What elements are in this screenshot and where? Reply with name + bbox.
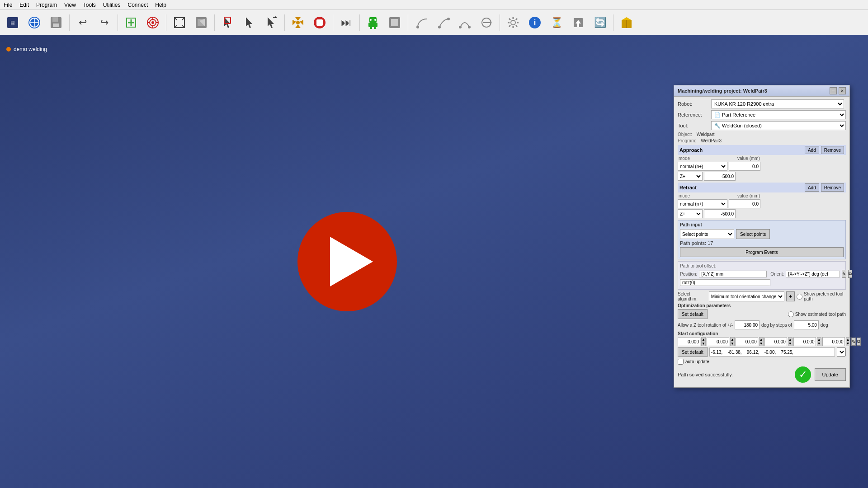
panel-minimize-btn[interactable]: ─ bbox=[830, 87, 837, 94]
config-input-2[interactable] bbox=[707, 337, 729, 346]
panel-body: Robot: KUKA KR 120 R2900 extra Reference… bbox=[674, 97, 849, 387]
approach-value-input[interactable] bbox=[729, 162, 760, 171]
move-cursor-btn[interactable] bbox=[261, 13, 281, 33]
config-edit-btn[interactable]: ✎ bbox=[851, 338, 856, 346]
show-preferred-tool-radio[interactable] bbox=[797, 294, 802, 300]
open-btn[interactable] bbox=[24, 13, 44, 33]
approach-mode-select[interactable]: normal (n+) bbox=[678, 162, 727, 171]
config-spin-2[interactable]: ▲▼ bbox=[730, 337, 735, 346]
robot-select[interactable]: KUKA KR 120 R2900 extra bbox=[711, 99, 844, 108]
add-btn[interactable] bbox=[121, 13, 141, 33]
viewport[interactable]: demo welding Machining/welding project: … bbox=[0, 35, 868, 488]
tool-select[interactable]: 🔧 WeldGun (closed) bbox=[711, 121, 846, 130]
fit-btn[interactable] bbox=[170, 13, 189, 33]
robot-btn[interactable] bbox=[363, 13, 383, 33]
move-tool-btn[interactable] bbox=[476, 13, 496, 33]
auto-update-checkbox[interactable] bbox=[678, 359, 684, 365]
config-vals-dropdown[interactable]: ▼ bbox=[837, 347, 846, 357]
retract-remove-btn[interactable]: Remove bbox=[821, 183, 844, 192]
retract-z-select[interactable]: Z+ bbox=[678, 209, 703, 218]
config-spin-6[interactable]: ▲▼ bbox=[846, 337, 850, 346]
play-button[interactable] bbox=[297, 212, 397, 311]
config-spin-4[interactable]: ▲▼ bbox=[788, 337, 793, 346]
config-vals-input[interactable]: -6.13, -81.38, 96.12, -0.00, 75.25, bbox=[709, 347, 835, 357]
config-input-5[interactable] bbox=[793, 337, 816, 346]
package-btn[interactable] bbox=[617, 13, 637, 33]
z-rotation-label1: Allow a Z tool rotation of +/- bbox=[678, 323, 733, 328]
show-estimated-tool-radio[interactable] bbox=[788, 311, 794, 317]
svg-rect-43 bbox=[391, 19, 398, 26]
set-default-btn[interactable]: Set default bbox=[678, 309, 708, 319]
approach-remove-btn[interactable]: Remove bbox=[821, 146, 844, 154]
algo-plus-btn[interactable]: + bbox=[786, 291, 795, 301]
retract-value-input[interactable] bbox=[729, 199, 760, 208]
retract-add-btn[interactable]: Add bbox=[805, 183, 819, 192]
toolbar-sep-9 bbox=[500, 14, 500, 31]
retract-z-value-input[interactable] bbox=[704, 209, 736, 218]
update-btn[interactable]: Update bbox=[815, 368, 846, 381]
config-inputs-row: ▲▼ ▲▼ ▲▼ ▲▼ ▲▼ ▲▼ ✎ ⧉ bbox=[678, 337, 846, 346]
menu-utilities[interactable]: Utilities bbox=[103, 2, 121, 8]
program-events-btn[interactable]: Program Events bbox=[680, 247, 844, 257]
tool-b-btn[interactable] bbox=[433, 13, 453, 33]
approach-add-btn[interactable]: Add bbox=[805, 146, 819, 154]
robot-row: Robot: KUKA KR 120 R2900 extra bbox=[678, 99, 846, 108]
stop-btn[interactable] bbox=[310, 13, 330, 33]
window-dot bbox=[6, 47, 11, 52]
settings-btn[interactable] bbox=[503, 13, 523, 33]
show-preferred-tool-label[interactable]: Show preferred tool path bbox=[797, 291, 846, 301]
z-rotation-input1[interactable] bbox=[735, 320, 760, 329]
refresh-btn[interactable]: 🔄 bbox=[590, 13, 610, 33]
orient-copy-btn[interactable]: ⧉ bbox=[848, 270, 852, 278]
menu-program[interactable]: Program bbox=[36, 2, 57, 8]
approach-z-value-input[interactable] bbox=[704, 172, 736, 181]
z-rotation-unit: deg bbox=[821, 323, 828, 328]
config-set-default-btn[interactable]: Set default bbox=[678, 347, 708, 357]
timer-btn[interactable]: ⏳ bbox=[547, 13, 566, 33]
menu-edit[interactable]: Edit bbox=[19, 2, 29, 8]
show-estimated-tool-text: Show estimated tool path bbox=[795, 312, 846, 317]
import-btn[interactable] bbox=[568, 13, 588, 33]
skip-btn[interactable]: ⏭ bbox=[336, 13, 356, 33]
reference-select[interactable]: 📄 Part Reference bbox=[711, 110, 846, 119]
rotz-input[interactable] bbox=[680, 279, 770, 286]
menu-view[interactable]: View bbox=[64, 2, 76, 8]
algo-select[interactable]: Minimum tool orientation change bbox=[709, 291, 784, 301]
config-input-6[interactable] bbox=[822, 337, 845, 346]
tool-c-btn[interactable] bbox=[455, 13, 475, 33]
redo-btn[interactable]: ↪ bbox=[94, 13, 114, 33]
record-btn[interactable] bbox=[385, 13, 405, 33]
tool-path-btn[interactable] bbox=[411, 13, 431, 33]
config-spin-5[interactable]: ▲▼ bbox=[817, 337, 821, 346]
select-points-dropdown[interactable]: Select points bbox=[680, 229, 734, 239]
new-btn[interactable]: 🖥 bbox=[3, 13, 23, 33]
config-input-4[interactable] bbox=[764, 337, 787, 346]
view-btn[interactable] bbox=[191, 13, 211, 33]
config-spin-3[interactable]: ▲▼ bbox=[759, 337, 764, 346]
menu-tools[interactable]: Tools bbox=[83, 2, 96, 8]
info-btn[interactable]: i bbox=[525, 13, 545, 33]
success-check-icon: ✓ bbox=[795, 366, 811, 383]
save-btn[interactable] bbox=[46, 13, 66, 33]
menu-file[interactable]: File bbox=[4, 2, 12, 8]
retract-mode-select[interactable]: normal (n+) bbox=[678, 199, 727, 208]
select-btn[interactable] bbox=[218, 13, 238, 33]
approach-row-2: Z+ bbox=[678, 172, 846, 181]
config-input-3[interactable] bbox=[736, 337, 758, 346]
select-points-btn[interactable]: Select points bbox=[736, 229, 770, 239]
z-rotation-input2[interactable] bbox=[794, 320, 819, 329]
panel-close-btn[interactable]: ✕ bbox=[839, 87, 846, 94]
config-copy-btn[interactable]: ⧉ bbox=[857, 338, 861, 346]
config-input-1[interactable] bbox=[678, 337, 700, 346]
undo-btn[interactable]: ↩ bbox=[73, 13, 93, 33]
radiation-btn[interactable] bbox=[288, 13, 308, 33]
approach-z-select[interactable]: Z+ bbox=[678, 172, 703, 181]
show-estimated-tool-label[interactable]: Show estimated tool path bbox=[788, 311, 846, 317]
cursor-btn[interactable] bbox=[240, 13, 259, 33]
target-btn[interactable] bbox=[143, 13, 163, 33]
menu-help[interactable]: Help bbox=[155, 2, 166, 8]
config-spin-1[interactable]: ▲▼ bbox=[701, 337, 706, 346]
menu-connect[interactable]: Connect bbox=[128, 2, 148, 8]
algo-row: Select algorithm: Minimum tool orientati… bbox=[678, 291, 846, 301]
orient-edit-btn[interactable]: ✎ bbox=[842, 270, 846, 278]
